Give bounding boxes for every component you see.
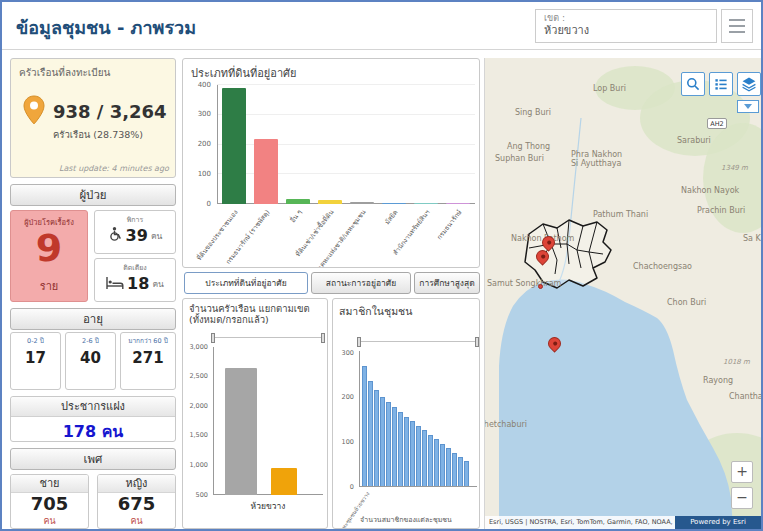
member-bar[interactable] <box>440 444 445 486</box>
range-slider[interactable] <box>359 341 477 342</box>
member-bar[interactable] <box>446 448 451 486</box>
page-title: ข้อมูลชุมชน - ภาพรวม <box>16 13 196 42</box>
x-axis-labels: ที่ดินของประชาชนเองกรมธนารักษ์ (ราชพัสดุ… <box>217 206 475 266</box>
zoom-out-button[interactable]: − <box>731 487 753 509</box>
member-bar[interactable] <box>452 453 457 487</box>
member-bar[interactable] <box>374 390 379 486</box>
basemap-toggle-button[interactable] <box>737 100 759 113</box>
disabled-label: พิการ <box>95 214 175 225</box>
member-bar[interactable] <box>404 417 409 486</box>
map-label: Pathum Thani <box>593 210 648 219</box>
bedridden-unit: คน <box>152 277 164 291</box>
last-update-text: Last update: 4 minutes ago <box>59 164 169 173</box>
chart-bars <box>359 351 477 487</box>
tab-highest-education[interactable]: การศึกษาสูงสุด <box>414 272 480 294</box>
y-axis: 0100200300 <box>333 351 357 487</box>
chronic-patients-card: ผู้ป่วยโรคเรื้อรัง 9 ราย <box>10 210 88 302</box>
land-type-bar[interactable] <box>286 199 310 204</box>
member-bar[interactable] <box>392 407 397 486</box>
district-select[interactable]: เขต : ห้วยขวาง <box>535 9 717 43</box>
tab-land-type[interactable]: ประเภทที่ดินที่อยู่อาศัย <box>184 272 308 294</box>
y-axis: 0100200300400 <box>183 85 215 204</box>
menu-button[interactable] <box>721 9 753 43</box>
land-type-bar[interactable] <box>318 200 342 204</box>
land-type-bar[interactable] <box>254 139 278 204</box>
map-label: Chachoengsao <box>633 262 692 271</box>
map-pin[interactable] <box>545 334 563 352</box>
map-label: Ang Thong <box>507 142 550 151</box>
y-tick-label: 300 <box>342 349 354 357</box>
male-unit: คน <box>11 514 88 528</box>
members-chart-panel: สมาชิกในชุมชน 0100200300 เคหะชุมชนห้วยขว… <box>332 298 480 529</box>
hidden-population-value: 178 คน <box>11 419 175 444</box>
map-label: Suphan Buri <box>495 154 544 163</box>
location-pin-icon <box>23 95 45 129</box>
map-label: Phetchaburi <box>484 420 527 429</box>
bedridden-label: ติดเตียง <box>95 262 175 273</box>
member-bar[interactable] <box>368 381 373 486</box>
slider-handle-right[interactable] <box>475 337 479 347</box>
land-type-bar[interactable] <box>222 88 246 204</box>
disabled-card: พิการ 39 คน <box>94 210 176 254</box>
age-group-card-1: 2-6 ปี 40 <box>65 332 116 390</box>
slider-handle-left[interactable] <box>211 333 215 343</box>
map-label: Lop Buri <box>593 84 626 93</box>
member-bar[interactable] <box>422 430 427 486</box>
member-bar[interactable] <box>386 402 391 486</box>
map-label: 1018 m <box>723 358 750 366</box>
age-group-label: มากกว่า 60 ปี <box>121 338 175 345</box>
age-group-card-0: 0-2 ปี 17 <box>10 332 61 390</box>
map-label: Si Ayutthaya <box>571 159 621 168</box>
member-bar[interactable] <box>416 426 421 486</box>
slider-handle-right[interactable] <box>321 333 325 343</box>
registered-label: ครัวเรือนที่ลงทะเบียน <box>19 65 110 80</box>
member-bar[interactable] <box>428 435 433 486</box>
chronic-unit: ราย <box>11 277 87 295</box>
household-bar-total[interactable] <box>225 368 257 495</box>
land-type-bar[interactable] <box>350 202 374 204</box>
gender-section-header[interactable]: เพศ <box>10 448 176 470</box>
land-type-bar[interactable] <box>446 203 470 205</box>
wheelchair-icon <box>108 226 123 245</box>
y-tick-label: 2,500 <box>189 372 208 380</box>
age-group-value: 271 <box>121 349 175 367</box>
households-chart-panel: จำนวนครัวเรือน แยกตามเขต (ทั้งหมด/กรอกแล… <box>182 298 328 529</box>
map-container[interactable]: Lop BuriSing BuriSaraburiAng ThongSuphan… <box>484 58 761 529</box>
powered-by-esri: Powered by Esri <box>675 516 761 529</box>
chart-title: จำนวนครัวเรือน แยกตามเขต (ทั้งหมด/กรอกแล… <box>189 303 325 326</box>
chevron-down-icon <box>744 104 752 109</box>
map-label: Samut Songkhram <box>487 279 561 288</box>
member-bar[interactable] <box>362 366 367 486</box>
land-type-bar[interactable] <box>414 203 438 205</box>
map-marker-dot[interactable] <box>538 284 543 289</box>
zoom-in-button[interactable]: + <box>731 461 753 483</box>
member-bar[interactable] <box>398 412 403 486</box>
household-bar-filled[interactable] <box>271 468 297 495</box>
district-label: เขต : <box>544 13 708 24</box>
y-tick-label: 0 <box>350 483 354 491</box>
age-group-value: 40 <box>66 349 115 367</box>
map-search-button[interactable] <box>681 72 705 96</box>
x-axis-label: ห้วยขวาง <box>213 499 323 513</box>
land-type-bar[interactable] <box>382 203 406 205</box>
slider-handle-left[interactable] <box>357 337 361 347</box>
member-bar[interactable] <box>464 461 469 486</box>
land-type-chart-panel: ประเภทที่ดินที่อยู่อาศัย 0100200300400 ท… <box>182 58 480 268</box>
member-bar[interactable] <box>410 421 415 486</box>
member-bar[interactable] <box>458 457 463 486</box>
hidden-population-card: ประชากรแฝง 178 คน <box>10 396 176 442</box>
map-layers-button[interactable] <box>737 72 761 96</box>
y-axis: 5001,0001,5002,0002,5003,000 <box>183 347 211 495</box>
map-legend-button[interactable] <box>709 72 733 96</box>
patients-section-header[interactable]: ผู้ป่วย <box>10 184 176 206</box>
y-tick-label: 1,000 <box>189 461 208 469</box>
y-tick-label: 500 <box>196 491 208 499</box>
y-tick-label: 3,000 <box>189 343 208 351</box>
tab-residence-status[interactable]: สถานะการอยู่อาศัย <box>311 272 411 294</box>
registered-value: 938 / 3,264 <box>53 101 167 122</box>
age-section-header[interactable]: อายุ <box>10 308 176 330</box>
member-bar[interactable] <box>434 439 439 486</box>
member-bar[interactable] <box>380 397 385 486</box>
x-tick-label: กรมธนารักษ์ <box>404 209 464 268</box>
range-slider[interactable] <box>213 337 323 338</box>
